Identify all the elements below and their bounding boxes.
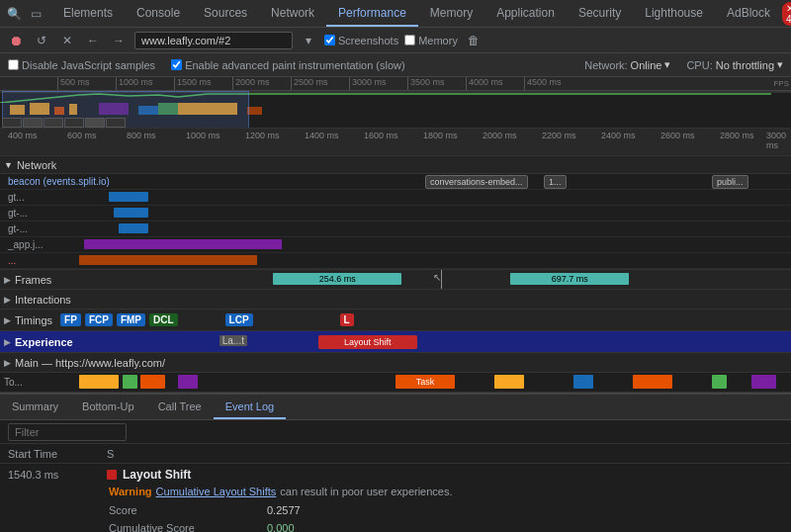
network-domain-row: beacon (events.split.io) 1... conversati… [0,174,791,190]
options-bar: Disable JavaScript samples Enable advanc… [0,53,791,77]
url-display: www.leafly.com/#2 [134,32,293,49]
tab-console[interactable]: Console [125,0,192,27]
svg-rect-5 [138,106,158,115]
warning-link[interactable]: Cumulative Layout Shifts [156,486,277,497]
main-content-bars: Task [79,373,791,392]
bottom-panel: Summary Bottom-Up Call Tree Event Log St… [0,393,791,532]
cursor-arrow: ↖ [433,272,441,283]
timings-row[interactable]: ▶ Timings FP FCP FMP DCL LCP L [0,310,791,331]
network-select[interactable]: Network: Online ▾ [584,58,670,71]
screenshots-row [0,118,791,128]
filter-input[interactable] [8,423,127,441]
tag-dcl: DCL [149,313,178,326]
svg-rect-6 [178,103,237,115]
frames-row[interactable]: ▶ Frames 254.6 ms 697.7 ms ↖ [0,270,791,290]
enable-paint-checkbox[interactable] [171,59,182,70]
frames-bars: 254.6 ms 697.7 ms ↖ [55,270,791,289]
experience-bars: La...t Layout Shift [81,331,791,352]
lower-ruler: 400 ms 600 ms 800 ms 1000 ms 1200 ms 140… [0,129,791,156]
tag-fp: FP [60,313,81,326]
fps-label: FPS [773,79,789,88]
cpu-row [0,103,791,115]
frame-bar-2: 697.7 ms [510,273,629,285]
tag-fcp: FCP [85,313,113,326]
network-header[interactable]: ▼ Network [0,156,791,174]
memory-checkbox-label[interactable]: Memory [404,35,458,46]
event-title: Layout Shift [107,468,783,482]
back-icon[interactable]: ← [83,31,103,50]
ruler-2500: 2500 ms [291,77,328,90]
tab-nav: Elements Console Sources Network Perform… [51,0,782,27]
top-bar: 🔍 ▭ Elements Console Sources Network Per… [0,0,791,28]
network-row-4: _app.j... [0,237,791,253]
dropdown-icon[interactable]: ▾ [299,31,318,50]
tab-network[interactable]: Network [259,0,326,27]
screenshots-checkbox-label[interactable]: Screenshots [324,35,398,46]
cumulative-label: Cumulative Score [109,522,267,532]
network-row-3: gt-... [0,222,791,237]
tab-call-tree[interactable]: Call Tree [146,395,214,419]
disable-js-label[interactable]: Disable JavaScript samples [8,59,155,71]
disable-js-checkbox[interactable] [8,59,19,70]
timings-collapse-icon: ▶ [4,315,11,325]
svg-rect-8 [158,103,178,115]
ruler-3500: 3500 ms [407,77,445,90]
enable-paint-label[interactable]: Enable advanced paint instrumentation (s… [171,59,405,71]
tag-l: L [340,313,354,326]
svg-rect-2 [54,107,64,115]
column-headers: Start Time S [0,444,791,464]
experience-row[interactable]: ▶ Experience La...t Layout Shift [0,331,791,353]
filter-bar [0,420,791,444]
tab-performance[interactable]: Performance [326,0,418,27]
screenshots-checkbox[interactable] [324,35,335,45]
network-row-2: gt-... [0,206,791,222]
forward-icon[interactable]: → [109,31,129,50]
cpu-select[interactable]: CPU: No throttling ▾ [686,58,783,71]
timing-tags: FP FCP FMP DCL LCP L [60,313,791,326]
main-content-row: To... Task [0,373,791,393]
tag-lcp: LCP [225,313,253,326]
tab-elements[interactable]: Elements [51,0,125,27]
tab-security[interactable]: Security [567,0,633,27]
tab-memory[interactable]: Memory [418,0,484,27]
memory-checkbox[interactable] [404,35,415,45]
svg-rect-4 [99,103,129,115]
main-collapse-icon: ▶ [4,358,11,368]
network-chip-publi: publi... [712,175,748,189]
warning-text: can result in poor user experiences. [280,486,452,497]
inspect-icon[interactable]: 🔍 [4,4,24,24]
ruler-3000: 3000 ms [349,77,387,90]
device-icon[interactable]: ▭ [26,4,45,24]
tab-lighthouse[interactable]: Lighthouse [633,0,715,27]
network-chip-conversations: conversations-embed... [425,175,528,189]
error-badge: ✕ 4 [782,2,791,26]
tab-adblock[interactable]: AdBlock [715,0,782,27]
trash-icon[interactable]: 🗑 [464,31,483,50]
score-rows: Score 0.2577 Cumulative Score 0.000 Had … [107,501,783,532]
cpu-chart [0,103,771,115]
tab-bottom-up[interactable]: Bottom-Up [70,395,146,419]
task-bar: Task [396,375,455,389]
timeline-overview[interactable]: 500 ms 1000 ms 1500 ms 2000 ms 2500 ms 3… [0,77,791,129]
tab-event-log[interactable]: Event Log [214,395,287,419]
svg-rect-3 [69,104,77,115]
layout-shift-bar: Layout Shift [318,335,417,349]
tag-fmp: FMP [117,313,145,326]
interactions-row[interactable]: ▶ Interactions [0,290,791,310]
reload-icon[interactable]: ↺ [32,31,51,50]
event-log-row[interactable]: 1540.3 ms Layout Shift Warning Cumulativ… [0,464,791,532]
tab-summary[interactable]: Summary [0,395,70,419]
event-details: Layout Shift Warning Cumulative Layout S… [107,468,783,532]
warning-message: Warning Cumulative Layout Shifts can res… [107,486,783,497]
frames-collapse-icon: ▶ [4,275,11,285]
network-section: ▼ Network beacon (events.split.io) 1... … [0,156,791,270]
tab-application[interactable]: Application [484,0,567,27]
record-icon[interactable]: ⏺ [6,31,26,50]
main-row[interactable]: ▶ Main — https://www.leafly.com/ [0,353,791,373]
tab-sources[interactable]: Sources [192,0,259,27]
network-row-1: gt... [0,190,791,206]
cursor-line [441,270,442,289]
clear-icon[interactable]: ✕ [57,31,77,50]
svg-rect-7 [247,107,262,115]
event-name: Layout Shift [123,468,191,482]
